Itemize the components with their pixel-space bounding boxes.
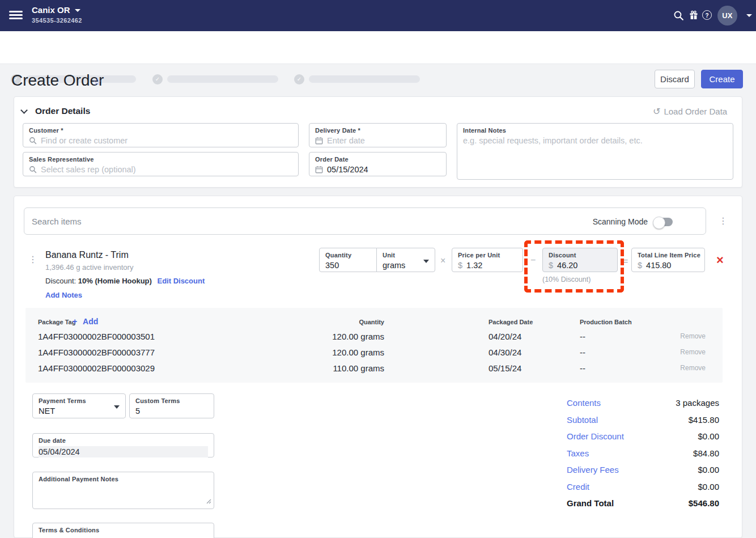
production-batch: -- [580,348,585,357]
production-batch: -- [580,332,585,341]
unit-select[interactable]: Unit grams [376,248,435,272]
order-date-value: 05/15/2024 [327,165,368,174]
items-menu-kebab-icon[interactable]: ⋮ [719,217,728,226]
internal-notes-placeholder: e.g. special requests, important order d… [463,136,643,145]
package-tag: 1A4FF03000002BF000003501 [38,332,155,341]
delivery-date-field[interactable]: Delivery Date * Enter date [309,123,447,147]
summary-row: Taxes $84.80 [567,448,719,459]
license-number: 354535-3262462 [32,17,82,24]
toggle-knob [653,217,665,229]
create-button[interactable]: Create [701,70,743,88]
remove-package-button[interactable]: Remove [664,348,706,356]
chevron-down-icon [75,9,80,12]
packaged-date-header: Packaged Date [489,319,533,325]
subtotal-value: $415.80 [689,415,719,426]
chevron-down-icon [114,405,120,409]
payment-terms-value: NET [39,406,120,416]
gift-icon[interactable] [689,10,699,23]
order-summary: Contents 3 packages Subtotal $415.80 Ord… [567,398,719,515]
quantity-value: 350 [325,261,371,270]
due-date-field[interactable]: Due date 05/04/2024 [32,433,214,457]
edit-discount-link[interactable]: Edit Discount [157,277,205,285]
total-line-item-price-field[interactable]: Total Line Item Price $415.80 [631,248,705,272]
discard-button[interactable]: Discard [655,70,695,88]
favorite-star-icon[interactable]: ☆ [93,76,101,88]
facility-switcher[interactable]: Canix OR 354535-3262462 [32,5,82,24]
package-tag-header: Package Tag [38,319,75,325]
customer-field[interactable]: Customer * Find or create customer [23,123,299,147]
package-quantity: 110.00 grams [295,363,384,373]
delivery-fees-link[interactable]: Delivery Fees [567,465,619,476]
contents-value: 3 packages [676,398,719,409]
search-icon [29,166,37,173]
order-date-field[interactable]: Order Date 05/15/2024 [309,152,447,176]
custom-terms-field[interactable]: Custom Terms 5 [129,393,214,418]
unit-value: grams [383,261,429,270]
price-per-unit-field[interactable]: Price per Unit $1.32 [452,248,523,272]
delivery-fees-value: $0.00 [698,465,719,476]
search-icon[interactable] [673,10,684,23]
add-notes-link[interactable]: Add Notes [45,291,82,299]
search-items-input[interactable]: Search items Scanning Mode [24,207,706,235]
search-items-placeholder: Search items [32,217,82,226]
package-quantity: 120.00 grams [295,332,384,341]
add-package-button[interactable]: + Add [73,317,98,326]
discount-value: 46.20 [557,261,577,270]
package-date: 04/20/24 [489,332,521,341]
due-date-value: 05/04/2024 [39,446,208,457]
resize-handle-icon[interactable] [206,496,211,506]
line-item-drag-handle-icon[interactable]: ⋮ [28,255,37,264]
step-skeleton-bar [167,75,278,83]
additional-payment-notes-field[interactable]: Additional Payment Notes [32,472,214,509]
quantity-field[interactable]: Quantity 350 [319,248,377,272]
payment-terms-select[interactable]: Payment Terms NET [32,393,126,418]
step-check-icon: ✓ [152,74,163,84]
delivery-date-placeholder: Enter date [327,136,365,145]
remove-package-button[interactable]: Remove [664,332,706,340]
sales-rep-placeholder: Select sales rep (optional) [41,165,136,174]
top-navbar: Canix OR 354535-3262462 ? UX [0,0,756,31]
line-item-discount-text: Discount: 10% (Homie Hookup) Edit Discou… [45,277,205,285]
help-icon[interactable]: ? [702,10,712,20]
scanning-mode-toggle[interactable] [655,218,673,226]
discount-field[interactable]: Discount $46.20 [542,248,618,272]
order-discount-link[interactable]: Order Discount [567,431,624,442]
summary-row: Credit $0.00 [567,482,719,493]
page-title: Create Order [11,71,104,90]
order-action-bar: ✓ ✓ ✓ Discard Create [0,31,756,64]
minus-operator: − [530,255,536,265]
order-discount-value: $0.00 [698,431,719,442]
hamburger-menu-icon[interactable] [9,11,23,20]
refresh-icon: ↺ [653,107,660,116]
grand-total-row: Grand Total $546.80 [567,498,719,509]
account-menu-chevron-down-icon[interactable] [746,14,752,17]
order-details-header: Order Details [35,106,90,116]
user-avatar[interactable]: UX [717,6,737,26]
step-check-icon: ✓ [294,74,304,84]
summary-row: Subtotal $415.80 [567,415,719,426]
credit-link[interactable]: Credit [567,482,589,493]
brand-name: Canix OR [32,5,70,15]
terms-and-conditions-field[interactable]: Terms & Conditions [32,523,214,538]
custom-terms-value: 5 [135,406,208,416]
taxes-value: $84.80 [693,448,719,459]
multiply-operator: × [440,256,445,266]
contents-link[interactable]: Contents [567,398,601,409]
sales-rep-field[interactable]: Sales Representative Select sales rep (o… [23,152,299,176]
calendar-icon [315,166,323,173]
line-item-inventory: 1,396.46 g active inventory [45,263,133,272]
internal-notes-field[interactable]: Internal Notes e.g. special requests, im… [457,123,733,180]
subtotal-link[interactable]: Subtotal [567,415,598,426]
grand-total-label: Grand Total [567,498,614,509]
plus-icon: + [73,317,77,326]
package-quantity: 120.00 grams [295,348,384,357]
load-order-data-button[interactable]: ↺Load Order Data [653,106,727,117]
remove-package-button[interactable]: Remove [664,364,706,372]
remove-line-item-icon[interactable]: × [716,254,724,266]
grand-total-value: $546.80 [689,498,719,509]
scanning-mode-label: Scanning Mode [593,217,648,226]
summary-row: Contents 3 packages [567,398,719,409]
summary-row: Order Discount $0.00 [567,431,719,442]
taxes-link[interactable]: Taxes [567,448,589,459]
credit-value: $0.00 [698,482,719,493]
